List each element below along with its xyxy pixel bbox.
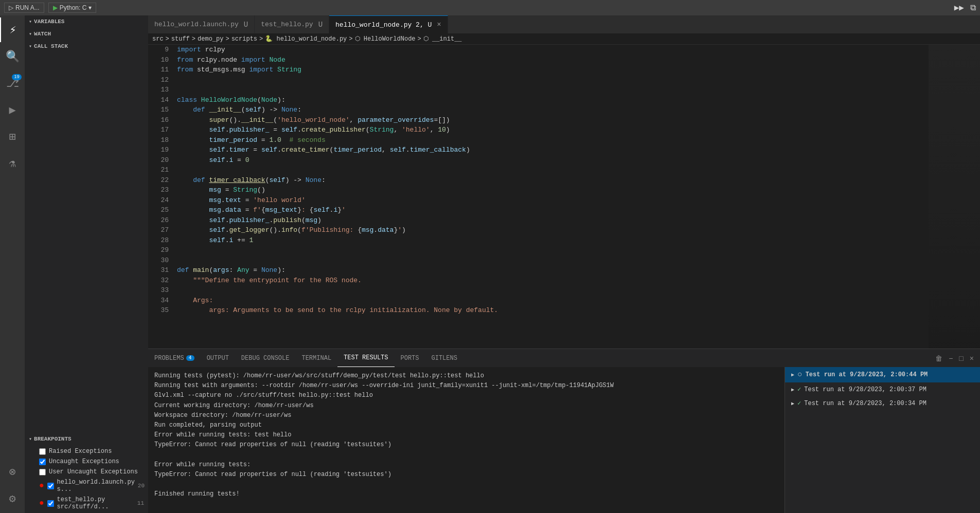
- clear-results-button[interactable]: 🗑: [933, 353, 945, 363]
- python-label: Python: C: [60, 4, 87, 11]
- tab-ports[interactable]: PORTS: [395, 349, 425, 367]
- breakpoint-test-hello[interactable]: ● test_hello.py src/stuff/d... 11: [25, 494, 148, 512]
- tab-hello-world-node[interactable]: hello_world_node.py 2, U ×: [329, 15, 448, 33]
- watch-arrow: ▾: [29, 31, 32, 37]
- test-hello-checkbox[interactable]: [47, 500, 54, 507]
- code-line-20: self.i = 0: [177, 155, 929, 166]
- search-icon: 🔍: [6, 50, 20, 64]
- tab-close-2[interactable]: U: [318, 21, 323, 29]
- hello-world-launch-checkbox[interactable]: [47, 483, 54, 489]
- panel-actions: 🗑 − □ ×: [933, 353, 980, 363]
- breakpoints-list: Raised Exceptions Uncaught Exceptions Us…: [25, 445, 148, 513]
- call-stack-header[interactable]: ▾ CALL STACK: [25, 40, 148, 52]
- call-stack-arrow: ▾: [29, 43, 32, 49]
- collapse-panel-button[interactable]: −: [947, 353, 955, 363]
- hello-world-launch-label: hello_world.launch.py s...: [57, 479, 135, 493]
- tab-label-3: hello_world_node.py 2, U: [335, 21, 432, 29]
- tab-debug-console[interactable]: DEBUG CONSOLE: [235, 349, 296, 367]
- breakpoint-uncaught-exceptions[interactable]: Uncaught Exceptions: [25, 456, 148, 467]
- tab-close-1[interactable]: U: [244, 21, 248, 29]
- code-editor[interactable]: 910111213 1415161718 1920212223 24252627…: [148, 45, 929, 349]
- test-run-2[interactable]: ▶ ✓ Test run at 9/28/2023, 2:00:37 PM: [785, 382, 980, 396]
- sidebar-item-settings[interactable]: ⚙: [0, 486, 25, 511]
- breakpoints-section: ▾ BREAKPOINTS Raised Exceptions Uncaught…: [25, 433, 148, 513]
- tab-test-results[interactable]: TEST RESULTS: [337, 349, 394, 367]
- maximize-panel-button[interactable]: □: [957, 353, 965, 363]
- call-stack-section: ▾ CALL STACK: [25, 40, 148, 52]
- variables-arrow: ▾: [29, 19, 32, 25]
- sidebar-item-run-debug[interactable]: ⚡: [0, 17, 25, 42]
- top-bar: ▷ RUN A... ▶ Python: C ▾ ▶▶ ⧉: [0, 0, 980, 15]
- sidebar-item-search[interactable]: 🔍: [0, 44, 25, 69]
- code-content[interactable]: import rclpy from rclpy.node import Node…: [173, 45, 929, 349]
- sidebar-item-run[interactable]: ▶: [0, 98, 25, 122]
- activity-bar: ⚡ 🔍 ⎇ 19 ▶ ⊞ ⚗ ⊗ ⚙: [0, 15, 25, 513]
- variables-section: ▾ VARIABLES: [25, 15, 148, 28]
- code-line-30: [177, 255, 929, 266]
- run-icon-top: ▷: [9, 4, 13, 11]
- breakpoint-raised-exceptions[interactable]: Raised Exceptions: [25, 446, 148, 456]
- output-line-10: Error while running tests:: [154, 460, 778, 470]
- variables-header[interactable]: ▾ VARIABLES: [25, 15, 148, 28]
- code-line-14: class HelloWorldNode(Node):: [177, 95, 929, 105]
- code-line-22: def timer_callback(self) -> None:: [177, 175, 929, 186]
- breakpoints-label: BREAKPOINTS: [34, 436, 72, 442]
- tab-gitlens[interactable]: GITLENS: [425, 349, 464, 367]
- code-line-28: self.i += 1: [177, 235, 929, 246]
- output-line-7: Error while running tests: test hello: [154, 430, 778, 440]
- sidebar-item-testing[interactable]: ⚗: [0, 151, 25, 176]
- main-layout: ⚡ 🔍 ⎇ 19 ▶ ⊞ ⚗ ⊗ ⚙ ▾ VARIABL: [0, 15, 980, 513]
- output-line-5: Workspace directory: /home/rr-user/ws: [154, 411, 778, 420]
- tab-label-2: test_hello.py: [261, 21, 313, 28]
- user-uncaught-checkbox[interactable]: [39, 469, 46, 475]
- run-button[interactable]: ▷ RUN A...: [4, 3, 44, 13]
- call-stack-label: CALL STACK: [34, 43, 68, 49]
- raised-exceptions-checkbox[interactable]: [39, 448, 46, 455]
- run-icon-activity: ▶: [9, 103, 15, 117]
- test-results-label: TEST RESULTS: [344, 354, 388, 361]
- uncaught-exceptions-checkbox[interactable]: [39, 459, 46, 465]
- split-icon[interactable]: ⧉: [970, 3, 976, 13]
- output-line-13: Finished running tests!: [154, 489, 778, 499]
- code-line-15: def __init__(self) -> None:: [177, 105, 929, 115]
- play-all-icon[interactable]: ▶▶: [954, 3, 964, 13]
- extensions-icon: ⊞: [9, 130, 15, 144]
- code-line-9: import rclpy: [177, 45, 929, 55]
- line-numbers: 910111213 1415161718 1920212223 24252627…: [148, 45, 173, 349]
- tab-terminal[interactable]: TERMINAL: [295, 349, 337, 367]
- code-line-33: [177, 285, 929, 296]
- tab-hello-world-launch[interactable]: hello_world.launch.py U: [148, 15, 255, 33]
- sidebar-item-source-control[interactable]: ⎇ 19: [0, 71, 25, 96]
- tab-output[interactable]: OUTPUT: [201, 349, 235, 367]
- breakpoint-hello-world-launch[interactable]: ● hello_world.launch.py s... 20: [25, 477, 148, 494]
- sidebar-item-extensions[interactable]: ⊞: [0, 124, 25, 149]
- close-panel-button[interactable]: ×: [968, 353, 976, 363]
- tab-test-hello[interactable]: test_hello.py U: [255, 15, 329, 33]
- tabs-bar: hello_world.launch.py U test_hello.py U …: [148, 15, 980, 33]
- code-line-29: [177, 245, 929, 255]
- testing-icon: ⚗: [9, 157, 15, 171]
- user-uncaught-label: User Uncaught Exceptions: [49, 468, 138, 475]
- output-line-3: Glvl.xml --capture no ./src/stuff/test h…: [154, 391, 778, 400]
- tab-label-1: hello_world.launch.py: [154, 21, 239, 28]
- minimap: [929, 45, 980, 349]
- test-run-1[interactable]: ▶ ○ Test run at 9/28/2023, 2:00:44 PM: [785, 367, 980, 382]
- breadcrumb: src > stuff > demo_py > scripts > 🐍 hell…: [148, 33, 980, 45]
- sidebar-item-remote[interactable]: ⊗: [0, 460, 25, 484]
- breakpoint-user-uncaught[interactable]: User Uncaught Exceptions: [25, 467, 148, 477]
- tab-close-3[interactable]: ×: [437, 21, 441, 29]
- test-run-3-icon: ✓: [797, 399, 801, 407]
- raised-exceptions-label: Raised Exceptions: [49, 448, 112, 455]
- code-line-24: msg.text = 'hello world': [177, 195, 929, 206]
- breakpoints-header[interactable]: ▾ BREAKPOINTS: [25, 433, 148, 445]
- code-line-32: """Define the entrypoint for the ROS nod…: [177, 276, 929, 286]
- test-hello-count: 11: [137, 500, 144, 506]
- python-play-icon: ▶: [53, 4, 58, 11]
- remote-icon: ⊗: [9, 465, 15, 479]
- watch-header[interactable]: ▾ WATCH: [25, 28, 148, 40]
- test-run-3[interactable]: ▶ ✓ Test run at 9/28/2023, 2:00:34 PM: [785, 396, 980, 410]
- tab-problems[interactable]: PROBLEMS 4: [148, 349, 201, 367]
- test-run-1-label: Test run at 9/28/2023, 2:00:44 PM: [806, 371, 928, 378]
- python-selector[interactable]: ▶ Python: C ▾: [48, 3, 97, 13]
- uncaught-exceptions-label: Uncaught Exceptions: [49, 458, 119, 465]
